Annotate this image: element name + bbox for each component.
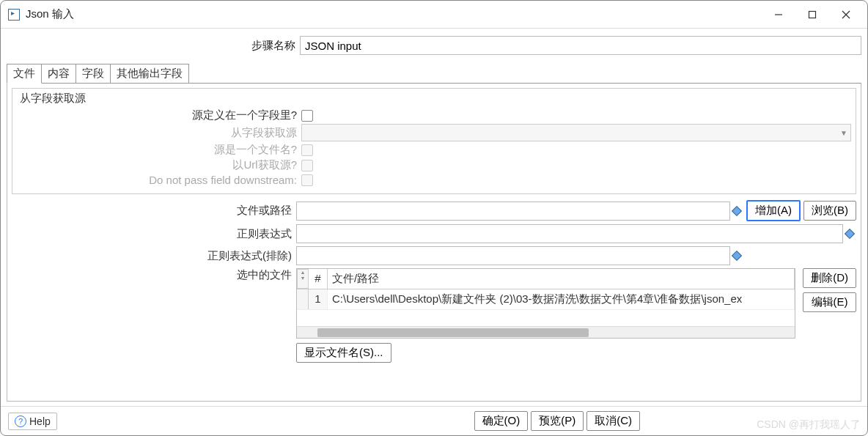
- from-field-label: 从字段获取源: [17, 126, 301, 140]
- no-pass-label: Do not pass field downstream:: [17, 174, 301, 186]
- variable-picker-icon[interactable]: [732, 251, 742, 261]
- from-field-combo: ▼: [301, 124, 851, 141]
- window-title: Json 输入: [26, 7, 74, 21]
- from-url-label: 以Url获取源?: [17, 158, 301, 172]
- chevron-down-icon: ▼: [840, 129, 847, 137]
- file-or-path-label: 文件或路径: [12, 204, 296, 218]
- step-name-label: 步骤名称: [7, 39, 300, 53]
- preview-button[interactable]: 预览(P): [531, 411, 584, 431]
- cell-path: C:\Users\dell\Desktop\新建文件夹 (2)\03-数据清洗\…: [328, 289, 795, 309]
- source-fieldset: 从字段获取源 源定义在一个字段里? 从字段获取源 ▼ 源是一个文件名? 以Url…: [12, 88, 856, 194]
- maximize-button[interactable]: [795, 4, 829, 26]
- close-button[interactable]: [829, 4, 863, 26]
- tab-fields[interactable]: 字段: [76, 64, 111, 83]
- selected-files-label: 选中的文件: [12, 268, 296, 282]
- table-row[interactable]: 1 C:\Users\dell\Desktop\新建文件夹 (2)\03-数据清…: [297, 289, 795, 310]
- variable-picker-icon[interactable]: [845, 229, 855, 239]
- titlebar: Json 输入: [1, 1, 867, 29]
- cell-num: 1: [309, 289, 328, 309]
- variable-picker-icon[interactable]: [732, 205, 742, 215]
- from-url-checkbox: [301, 160, 313, 171]
- col-header-num: #: [309, 269, 328, 289]
- add-button[interactable]: 增加(A): [746, 200, 801, 221]
- tab-bar: 文件 内容 字段 其他输出字段: [7, 64, 861, 84]
- delete-button[interactable]: 删除(D): [803, 268, 856, 288]
- show-filename-button[interactable]: 显示文件名(S)...: [296, 343, 391, 363]
- regex-input[interactable]: [296, 224, 843, 243]
- edit-button[interactable]: 编辑(E): [803, 292, 856, 312]
- cancel-button[interactable]: 取消(C): [586, 411, 640, 431]
- step-name-input[interactable]: [300, 36, 861, 55]
- defined-in-field-label: 源定义在一个字段里?: [17, 108, 301, 122]
- minimize-button[interactable]: [762, 4, 795, 26]
- is-file-label: 源是一个文件名?: [17, 143, 301, 157]
- tab-file[interactable]: 文件: [7, 64, 42, 84]
- help-button[interactable]: ? Help: [8, 413, 57, 430]
- defined-in-field-checkbox[interactable]: [301, 110, 313, 122]
- help-icon: ?: [15, 415, 26, 427]
- tab-other-output[interactable]: 其他输出字段: [110, 64, 189, 83]
- source-fieldset-title: 从字段获取源: [20, 92, 851, 106]
- window-root: Json 输入 步骤名称 文件 内容 字段 其他输出字段 从字段获取源 源定义: [0, 0, 868, 436]
- file-tab-panel: 从字段获取源 源定义在一个字段里? 从字段获取源 ▼ 源是一个文件名? 以Url…: [7, 84, 861, 402]
- file-or-path-input[interactable]: [296, 202, 730, 221]
- col-header-path: 文件/路径: [328, 269, 795, 289]
- is-file-checkbox: [301, 144, 313, 156]
- ok-button[interactable]: 确定(O): [474, 411, 529, 431]
- help-label: Help: [29, 415, 51, 427]
- tab-content[interactable]: 内容: [41, 64, 76, 83]
- browse-button[interactable]: 浏览(B): [803, 201, 856, 221]
- regex-exclude-input[interactable]: [296, 246, 730, 265]
- content-area: 步骤名称 文件 内容 字段 其他输出字段 从字段获取源 源定义在一个字段里? 从…: [1, 29, 867, 406]
- no-pass-checkbox: [301, 174, 313, 186]
- selected-files-table[interactable]: ▴▾ # 文件/路径 1 C:\Users\dell\Desktop\新建文件夹…: [296, 268, 795, 339]
- svg-rect-1: [809, 11, 816, 18]
- footer: ? Help 确定(O) 预览(P) 取消(C): [1, 406, 867, 435]
- row-spinner[interactable]: ▴▾: [297, 269, 309, 289]
- regex-exclude-label: 正则表达式(排除): [12, 249, 296, 263]
- horizontal-scrollbar[interactable]: [297, 326, 795, 338]
- regex-label: 正则表达式: [12, 227, 296, 241]
- app-icon: [8, 9, 20, 21]
